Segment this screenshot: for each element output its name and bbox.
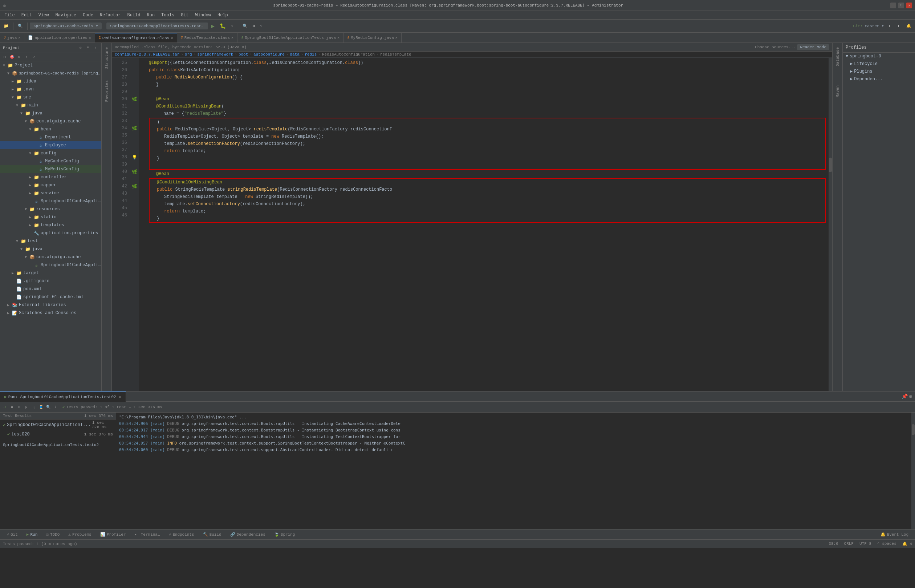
git-update-button[interactable]: ⬇ xyxy=(886,22,893,30)
run-button[interactable]: ▶ xyxy=(209,21,217,31)
run-tab[interactable]: ▶ Run: Springboot01CacheApplicationTests… xyxy=(0,391,126,402)
tab-tests-close[interactable]: ✕ xyxy=(337,36,339,40)
sort-icon[interactable]: ≡ xyxy=(85,45,91,51)
editor-scrollbar[interactable] xyxy=(829,58,832,391)
breadcrumb-item[interactable]: data xyxy=(290,52,299,57)
tree-target[interactable]: ▶ 📁 target xyxy=(0,269,101,277)
notifications-button[interactable]: 🔔 xyxy=(904,22,913,30)
maven-item-lifecycle[interactable]: ▶ Lifecycle xyxy=(843,60,915,68)
minimize-button[interactable]: − xyxy=(890,3,896,8)
tree-gitignore[interactable]: ▶ 📄 .gitignore xyxy=(0,277,101,285)
status-position[interactable]: 38:6 xyxy=(829,541,838,546)
tab-application-properties[interactable]: 📄 application.properties ✕ xyxy=(24,33,95,43)
expand-icon[interactable]: ⟩ xyxy=(92,45,98,51)
breadcrumb-item[interactable]: org xyxy=(185,52,192,57)
menu-window[interactable]: Window xyxy=(192,12,214,19)
breadcrumb-item[interactable]: configure-2.3.7.RELEASE.jar xyxy=(115,52,179,57)
tree-idea[interactable]: ▶ 📁 .idea xyxy=(0,78,101,86)
maven-item-springboot[interactable]: ▼ springboot-0 xyxy=(843,53,915,60)
tree-test[interactable]: ▼ 📁 test xyxy=(0,237,101,245)
tree-department[interactable]: ▶ ☕ Department xyxy=(0,133,101,141)
help-button[interactable]: ? xyxy=(258,23,265,30)
tree-module[interactable]: ▼ 📦 springboot-01-cache-redis [springboo… xyxy=(0,69,101,78)
tree-pom[interactable]: ▶ 📄 pom.xml xyxy=(0,285,101,293)
menu-refactor[interactable]: Refactor xyxy=(97,12,124,19)
filter-icon[interactable]: ⚙ xyxy=(16,54,23,60)
stop-button[interactable]: ◼ xyxy=(9,404,15,410)
run-tab-close[interactable]: ✕ xyxy=(119,395,121,399)
pause-button[interactable]: ⏸ xyxy=(16,404,23,410)
menu-build[interactable]: Build xyxy=(124,12,143,19)
tree-app-properties[interactable]: ▶ 🔧 application.properties xyxy=(0,229,101,237)
strip-tab-endpoints[interactable]: ⚡ Endpoints xyxy=(165,531,198,538)
tab-redis-auto-config[interactable]: C RedisAutoConfiguration.class ✕ xyxy=(95,33,177,43)
breadcrumb-item[interactable]: springframework xyxy=(197,52,233,57)
menu-help[interactable]: Help xyxy=(215,12,231,19)
tree-mycacheconfig[interactable]: ▶ ☕ MyCacheConfig xyxy=(0,157,101,165)
structure-tab[interactable]: Structure xyxy=(103,46,110,70)
search-button[interactable]: 🔍 xyxy=(240,22,250,30)
choose-sources-button[interactable]: Choose Sources... xyxy=(755,45,796,49)
maven-tab[interactable]: Maven xyxy=(834,84,841,99)
tab-template-close[interactable]: ✕ xyxy=(231,36,234,40)
maximize-button[interactable]: □ xyxy=(898,3,904,8)
tree-springboot-tests[interactable]: ▶ ☕ Springboot01CacheApplicationTests xyxy=(0,261,101,269)
project-selector[interactable]: springboot-01-cache-redis ▾ xyxy=(30,23,102,29)
coverage-button[interactable]: ⚡ xyxy=(229,22,236,30)
menu-code[interactable]: Code xyxy=(80,12,96,19)
strip-tab-build[interactable]: 🔨 Build xyxy=(199,531,225,538)
reader-mode-button[interactable]: Reader Mode xyxy=(797,44,829,50)
tree-test-package[interactable]: ▼ 📦 com.atguigu.cache xyxy=(0,253,101,261)
menu-navigate[interactable]: Navigate xyxy=(52,12,79,19)
tab-java[interactable]: J java ✕ xyxy=(0,33,24,43)
tree-static[interactable]: ▶ 📁 static xyxy=(0,213,101,221)
run-config-selector[interactable]: Springboot01CacheApplicationTests.test02… xyxy=(107,23,208,29)
strip-tab-event-log[interactable]: 🔔 Event Log xyxy=(877,531,912,538)
maven-item-dependencies[interactable]: ▶ Dependen... xyxy=(843,75,915,83)
tab-redis-close[interactable]: ✕ xyxy=(171,36,173,40)
maven-item-plugins[interactable]: ▶ Plugins xyxy=(843,68,915,75)
breadcrumb-item[interactable]: redis xyxy=(305,52,316,57)
log-scrollbar[interactable] xyxy=(911,413,915,529)
breadcrumb-class[interactable]: RedisAutoConfiguration xyxy=(322,52,375,57)
strip-tab-todo[interactable]: ☑ TODO xyxy=(42,531,63,538)
tab-java-close[interactable]: ✕ xyxy=(18,36,20,40)
tree-config[interactable]: ▼ 📁 config xyxy=(0,149,101,157)
status-charset[interactable]: UTF-8 xyxy=(859,541,871,546)
tab-properties-close[interactable]: ✕ xyxy=(89,36,91,40)
sort-alpha-icon[interactable]: ↕ xyxy=(23,54,30,60)
step-over-button[interactable]: ⤵ xyxy=(31,404,37,410)
menu-file[interactable]: File xyxy=(2,12,18,19)
rerun-button[interactable]: ↺ xyxy=(2,404,8,410)
scroll-end-button[interactable]: ⤓ xyxy=(52,404,59,410)
search-log-button[interactable]: 🔍 xyxy=(45,404,52,410)
git-branch[interactable]: master ▾ xyxy=(865,24,884,28)
tree-controller[interactable]: ▶ 📁 controller xyxy=(0,173,101,181)
menu-run[interactable]: Run xyxy=(144,12,158,19)
autoscroll-icon[interactable]: ↩ xyxy=(31,54,37,60)
log-panel[interactable]: "C:\Program Files\Java\jdk1.8.0_131\bin\… xyxy=(116,413,911,529)
breadcrumb-item[interactable]: boot xyxy=(239,52,248,57)
favorites-tab[interactable]: Favorites xyxy=(103,79,110,103)
tree-src[interactable]: ▼ 📁 src xyxy=(0,93,101,101)
test-item-root[interactable]: ✔ Springboot01CacheApplicationT... 1 sec… xyxy=(0,420,116,430)
breadcrumb-item[interactable]: autoconfigure xyxy=(253,52,285,57)
tab-myredisconfig[interactable]: J MyRedisConfig.java ✕ xyxy=(344,33,402,43)
tree-bean[interactable]: ▼ 📁 bean xyxy=(0,125,101,133)
tree-service[interactable]: ▶ 📁 service xyxy=(0,189,101,197)
strip-tab-run[interactable]: ▶ Run xyxy=(23,531,41,538)
window-controls[interactable]: − □ ✕ xyxy=(890,3,912,8)
test-item-method[interactable]: ✔ test020 1 sec 376 ms xyxy=(0,430,116,438)
strip-tab-problems[interactable]: ⚠ Problems xyxy=(65,531,95,538)
strip-tab-git[interactable]: ⑂ Git xyxy=(3,531,21,538)
log-scrollbar-thumb[interactable] xyxy=(912,424,915,435)
debug-button[interactable]: 🐛 xyxy=(218,21,228,31)
locate-icon[interactable]: 🎯 xyxy=(9,54,15,60)
status-indent[interactable]: 4 spaces xyxy=(877,541,896,546)
close-button[interactable]: ✕ xyxy=(906,3,912,8)
tab-springboot-tests[interactable]: J SpringBoot01CacheApplicationTests.java… xyxy=(237,33,344,43)
tree-mapper[interactable]: ▶ 📁 mapper xyxy=(0,181,101,189)
resume-button[interactable]: ⏵ xyxy=(23,404,30,410)
menu-git[interactable]: Git xyxy=(178,12,192,19)
tree-springboot-app[interactable]: ▶ ☕ Springboot01CacheApplication xyxy=(0,197,101,205)
